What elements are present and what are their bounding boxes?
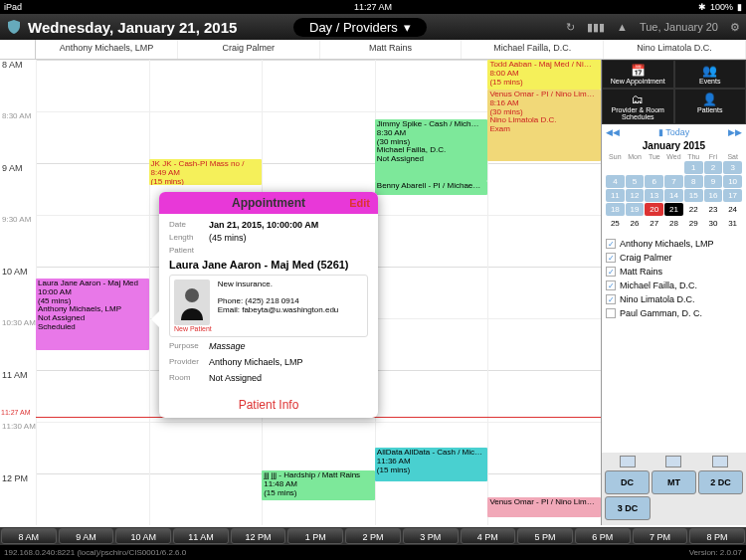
checkbox-icon[interactable]: [606, 308, 616, 318]
minical-day[interactable]: 23: [704, 203, 723, 216]
hour-jump-button[interactable]: 4 PM: [461, 528, 516, 544]
edit-button[interactable]: Edit: [349, 197, 370, 209]
minical-day[interactable]: 25: [606, 217, 625, 230]
appointment-block[interactable]: JK JK - Cash-PI Mass no / 8:49 AM (15 mi…: [149, 159, 263, 185]
minical-day[interactable]: 2: [704, 161, 723, 174]
hour-jump-button[interactable]: 1 PM: [287, 528, 343, 544]
hour-jump-button[interactable]: 12 PM: [231, 528, 286, 544]
minical-day[interactable]: 19: [626, 203, 645, 216]
appointment-block[interactable]: AllData AllData - Cash / Mic… 11:36 AM (…: [375, 448, 488, 481]
minical-day[interactable]: [626, 161, 645, 174]
minical-day[interactable]: 24: [723, 203, 742, 216]
patients-button[interactable]: 👤Patients: [674, 89, 747, 124]
time-label: 10:30 AM: [2, 318, 36, 327]
sync-icon[interactable]: ↻: [566, 21, 575, 34]
email: Email: fabeyta@u.washington.edu: [218, 305, 363, 314]
hour-jump-button[interactable]: 10 AM: [115, 528, 171, 544]
checkbox-icon[interactable]: ✓: [606, 239, 616, 249]
minical-day[interactable]: 5: [626, 175, 645, 188]
provider-filter-item[interactable]: ✓Michael Failla, D.C.: [606, 279, 742, 292]
provider-filter-item[interactable]: ✓Nino Limatola D.C.: [606, 292, 742, 306]
minical-day[interactable]: 30: [704, 217, 723, 230]
hour-jump-button[interactable]: 2 PM: [345, 528, 401, 544]
room-button[interactable]: 2 DC: [698, 470, 743, 494]
new-appointment-button[interactable]: 📅New Appointment: [602, 60, 674, 89]
app-logo-icon: [6, 19, 22, 35]
minical-day[interactable]: 14: [664, 189, 683, 202]
hour-jump-button[interactable]: 8 AM: [1, 528, 57, 544]
minical-day[interactable]: 28: [664, 217, 683, 230]
minical-day[interactable]: 26: [626, 217, 645, 230]
hour-jump-button[interactable]: 3 PM: [403, 528, 459, 544]
minical-day[interactable]: 18: [606, 203, 625, 216]
minical-day[interactable]: 13: [645, 189, 663, 202]
svg-point-0: [185, 288, 199, 302]
minical-day[interactable]: 20: [645, 203, 663, 216]
stats-icon[interactable]: ▮▮▮: [587, 21, 605, 34]
minical-day[interactable]: 8: [684, 175, 703, 188]
minical-day[interactable]: 15: [684, 189, 703, 202]
today-button[interactable]: ▮ Today: [658, 127, 689, 137]
schedules-button[interactable]: 🗂Provider & Room Schedules: [602, 89, 674, 124]
minical-day[interactable]: 10: [723, 175, 742, 188]
appointment-block[interactable]: Venus Omar - PI / Nino Lim… 8:16 AM (30 …: [487, 90, 601, 161]
checkbox-icon[interactable]: ✓: [606, 267, 616, 277]
appointment-block[interactable]: Todd Aaban - Maj Med / Ni… 8:00 AM (15 m…: [487, 60, 601, 90]
device-icon[interactable]: [620, 456, 636, 467]
hour-jump-button[interactable]: 5 PM: [517, 528, 573, 544]
hour-jump-button[interactable]: 11 AM: [173, 528, 229, 544]
minical-day[interactable]: [664, 161, 683, 174]
minical-day[interactable]: 1: [684, 161, 703, 174]
room-button[interactable]: 3 DC: [605, 496, 651, 520]
events-button[interactable]: 👥Events: [674, 60, 747, 89]
appointment-block[interactable]: Laura Jane Aaron - Maj Med 10:00 AM (45 …: [36, 279, 149, 350]
patient-info-button[interactable]: Patient Info: [159, 392, 378, 418]
minical-day[interactable]: 22: [684, 203, 703, 216]
hour-jump-button[interactable]: 8 PM: [689, 528, 745, 544]
minical-day[interactable]: 21: [664, 203, 683, 216]
checkbox-icon[interactable]: ✓: [606, 253, 616, 263]
minical-day[interactable]: 31: [723, 217, 742, 230]
hour-scrubber: 8 AM9 AM10 AM11 AM12 PM1 PM2 PM3 PM4 PM5…: [0, 527, 746, 545]
hour-jump-button[interactable]: 9 AM: [59, 528, 114, 544]
appointment-block[interactable]: Jimmy Spike - Cash / Mich… 8:30 AM (30 m…: [375, 119, 488, 181]
alert-icon[interactable]: ▲: [617, 21, 628, 33]
provider-filter-item[interactable]: ✓Anthony Michaels, LMP: [606, 237, 742, 251]
device-icon[interactable]: [712, 456, 728, 467]
minical-day[interactable]: 3: [723, 161, 742, 174]
appointment-block[interactable]: Venus Omar - PI / Nino Lim…: [487, 497, 601, 517]
prev-month-icon[interactable]: ◀◀: [606, 127, 620, 137]
provider-filter-item[interactable]: Paul Gamman, D. C.: [606, 306, 742, 320]
hour-jump-button[interactable]: 7 PM: [633, 528, 688, 544]
phone: Phone: (425) 218 0914: [218, 296, 363, 305]
gear-icon[interactable]: ⚙: [730, 21, 740, 34]
device-icon[interactable]: [665, 456, 681, 467]
next-month-icon[interactable]: ▶▶: [728, 127, 742, 137]
minical-day[interactable]: 7: [664, 175, 683, 188]
battery-icon: ▮: [737, 2, 742, 12]
minical-day[interactable]: 17: [723, 189, 742, 202]
minical-day[interactable]: 4: [606, 175, 625, 188]
provider-filter-item[interactable]: ✓Matt Rains: [606, 265, 742, 279]
minical-day[interactable]: 16: [704, 189, 723, 202]
minical-day[interactable]: [606, 161, 625, 174]
minical-day[interactable]: 11: [606, 189, 625, 202]
minical-day[interactable]: [645, 161, 663, 174]
popup-title: Appointment: [232, 196, 305, 210]
minical-day[interactable]: 27: [645, 217, 663, 230]
prev-day[interactable]: Tue, January 20: [640, 21, 718, 33]
view-selector[interactable]: Day / Providers ▾: [293, 18, 427, 37]
minical-day[interactable]: 12: [626, 189, 645, 202]
checkbox-icon[interactable]: ✓: [606, 294, 616, 304]
checkbox-icon[interactable]: ✓: [606, 280, 616, 290]
appointment-block[interactable]: Benny Abarell - PI / Michae…: [375, 181, 488, 195]
provider-filter-item[interactable]: ✓Craig Palmer: [606, 251, 742, 265]
room-button[interactable]: MT: [652, 470, 696, 494]
minical-day[interactable]: 6: [645, 175, 663, 188]
appointment-block[interactable]: jjj jjj - Hardship / Matt Rains 11:48 AM…: [262, 470, 375, 500]
hour-jump-button[interactable]: 6 PM: [575, 528, 631, 544]
room-button[interactable]: DC: [605, 470, 650, 494]
minical-day[interactable]: 29: [684, 217, 703, 230]
provider-col: Michael Failla, D.C.: [462, 40, 604, 59]
minical-day[interactable]: 9: [704, 175, 723, 188]
